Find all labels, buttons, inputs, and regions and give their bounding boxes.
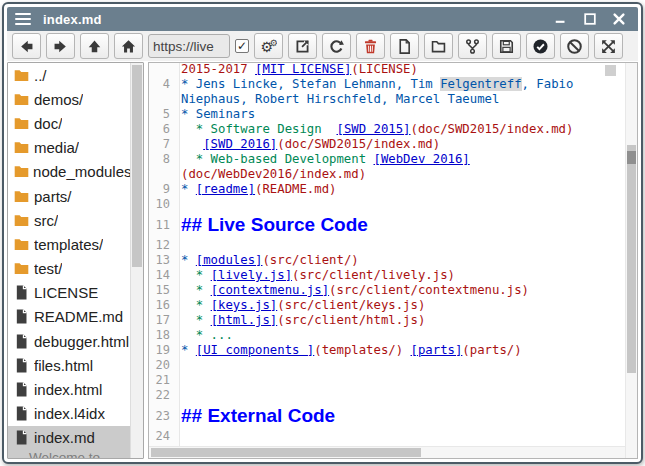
editor-line: 13* [modules](src/client/) [149,253,625,268]
line-text [175,373,181,388]
new-file-button[interactable] [390,33,419,59]
folder-icon [13,115,30,132]
token: (doc/SWD2015/index.md) [411,122,574,136]
sidebar-scrollbar-thumb[interactable] [132,65,142,267]
token: (parts/) [462,343,521,357]
file-list-item[interactable]: debugger.html [8,329,130,353]
token [181,137,203,151]
token: * [181,313,211,327]
file-list-item[interactable]: index.html [8,377,130,401]
editor-line: 5* Seminars [149,107,625,122]
file-name: demos/ [34,91,83,108]
minimize-button[interactable] [554,12,568,26]
open-external-button[interactable] [288,33,317,59]
line-text: * [readme](README.md) [175,182,336,197]
editor-line: 12 [149,238,625,253]
editor-line: 15 * [contextmenu.js](src/client/context… [149,283,625,298]
line-text: * Web-based Development [WebDev 2016] [175,152,470,167]
editor-vertical-scrollbar[interactable] [625,63,637,458]
file-name: files.html [34,357,93,374]
editor-line: 18 * ... [149,328,625,343]
expand-arrows-icon [600,38,617,55]
file-list-item[interactable]: README.md [8,305,130,329]
url-input[interactable] [148,34,230,58]
file-list-item[interactable]: index.l4idx [8,402,130,426]
file-browser: ../demos/doc/media/node_modules/parts/sr… [7,62,144,459]
markdown-link: [parts] [411,343,463,357]
editor-line: 7 [SWD 2016](doc/SWD2015/index.md) [149,137,625,152]
folder-icon [13,260,30,277]
home-button[interactable] [114,33,143,59]
line-text [175,429,181,444]
token: * [181,182,196,196]
line-text: ## Live Source Code [175,212,368,238]
token: (src/client/lively.js) [292,268,455,282]
editor-line: 24 [149,429,625,444]
versions-button[interactable] [458,33,487,59]
refresh-button[interactable] [322,33,351,59]
line-text [175,197,181,212]
svg-text:⚙: ⚙ [270,38,277,48]
close-button[interactable] [612,12,626,26]
file-list-item[interactable]: demos/ [8,87,130,111]
file-list-item[interactable]: ../ [8,63,130,87]
editor-horizontal-scrollbar-thumb[interactable] [151,448,421,457]
file-list-item[interactable]: doc/ [8,111,130,135]
folder-icon [13,188,30,205]
file-list-item[interactable]: src/ [8,208,130,232]
auto-update-checkbox[interactable]: ✓ [235,39,249,53]
settings-button[interactable]: ⚙⚙ [254,33,283,59]
menu-icon[interactable] [15,13,31,25]
sidebar-scrollbar[interactable] [130,63,143,458]
editor-line: 8 * Web-based Development [WebDev 2016] [149,152,625,167]
file-icon [13,357,30,374]
line-text: * [UI components ](templates/) [parts](p… [175,343,522,358]
file-list-item[interactable]: templates/ [8,232,130,256]
file-list-item[interactable]: test/ [8,257,130,281]
maximize-button[interactable] [583,12,597,26]
accept-button[interactable] [526,33,555,59]
file-icon [13,405,30,422]
folder-icon [13,212,30,229]
editor-line: 21 [149,373,625,388]
up-button[interactable] [80,33,109,59]
markdown-link: [MIT LICENSE] [255,62,351,76]
gears-icon: ⚙⚙ [260,38,277,55]
editor-vertical-scrollbar-thumb[interactable] [627,145,636,373]
line-number: 5 [149,107,175,122]
file-icon [13,308,30,325]
token: (doc/SWD2015/index.md) [277,137,440,151]
arrow-left-icon [18,38,35,55]
save-button[interactable] [492,33,521,59]
back-button[interactable] [12,33,41,59]
preview-text: Welcome to [29,450,130,458]
line-text: * [keys.js](src/client/keys.js) [175,298,425,313]
file-list-item[interactable]: node_modules/ [8,160,130,184]
cancel-button[interactable] [560,33,589,59]
file-list-item[interactable]: index.md [8,426,130,450]
editor-line: 14 * [lively.js](src/client/lively.js) [149,268,625,283]
line-number: 18 [149,328,175,343]
editor-heading-line: 11## Live Source Code [149,212,625,238]
file-list-item[interactable]: parts/ [8,184,130,208]
markdown-link: [UI components ] [196,343,314,357]
main-area: ../demos/doc/media/node_modules/parts/sr… [7,61,638,459]
file-list-item[interactable]: LICENSE [8,281,130,305]
file-list-item[interactable]: files.html [8,353,130,377]
file-name: doc/ [34,115,62,132]
token: Felgentreff [440,77,521,91]
file-list-item[interactable]: media/ [8,136,130,160]
delete-button[interactable] [356,33,385,59]
editor-line: 6 * Software Design [SWD 2015](doc/SWD20… [149,122,625,137]
editor-content[interactable]: 2015-2017 [MIT LICENSE](LICENSE)4* Jens … [149,62,625,459]
fullscreen-button[interactable] [594,33,623,59]
line-number: 24 [149,429,175,444]
line-number: 19 [149,343,175,358]
editor-horizontal-scrollbar[interactable] [149,446,625,458]
folder-icon [13,163,29,180]
forward-button[interactable] [46,33,75,59]
line-number: 17 [149,313,175,328]
new-folder-button[interactable] [424,33,453,59]
scrollbar-match-mark [627,151,636,164]
line-number: 10 [149,197,175,212]
